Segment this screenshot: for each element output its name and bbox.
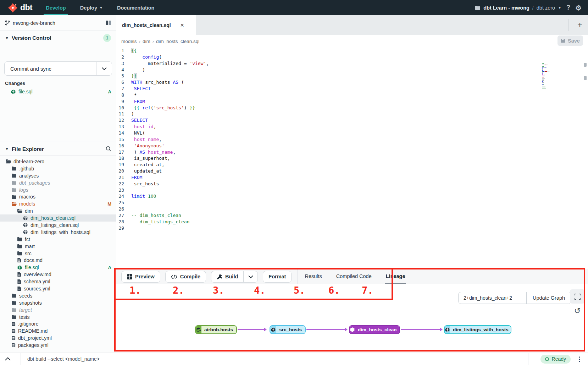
tree-item-.gitignore[interactable]: .gitignore xyxy=(0,320,116,327)
tree-item-overview.md[interactable]: overview.md xyxy=(0,271,116,278)
minimap-line xyxy=(542,89,559,89)
command-input[interactable]: dbt build --select <model_name> xyxy=(27,356,100,362)
reset-view-icon[interactable]: ↺ xyxy=(570,305,585,317)
tree-item-target[interactable]: target xyxy=(0,306,116,314)
changed-file-row[interactable]: file.sql A xyxy=(0,88,116,96)
tree-item-models[interactable]: modelsM xyxy=(0,200,116,207)
scrollbar-thumb[interactable] xyxy=(584,76,587,80)
fullscreen-icon[interactable] xyxy=(570,289,585,304)
status-badge[interactable]: Ready xyxy=(540,355,571,364)
tree-item-schema.yml[interactable]: schema.yml xyxy=(0,278,116,285)
nav-documentation[interactable]: Documentation xyxy=(117,0,155,15)
project-breadcrumb[interactable]: dbt Learn - mwong / dbt zero ▼ xyxy=(475,5,561,11)
gear-icon[interactable]: ⚙ xyxy=(575,4,582,12)
tree-item-sources.yml[interactable]: sources.yml xyxy=(0,285,116,292)
file-icon xyxy=(17,272,21,277)
tree-item-dbt-learn-zero[interactable]: dbt-learn-zero xyxy=(0,158,116,165)
tree-item-snapshots[interactable]: snapshots xyxy=(0,299,116,306)
breadcrumb-dim[interactable]: dim xyxy=(143,39,150,44)
tab-dim-hosts-clean[interactable]: dim_hosts_clean.sql ✕ xyxy=(116,15,196,35)
lineage-node-src_hosts[interactable]: src_hosts xyxy=(270,325,306,334)
lineage-edge xyxy=(238,329,266,330)
version-control-header[interactable]: ▼ Version Control 1 xyxy=(0,31,116,45)
help-icon[interactable]: ? xyxy=(566,4,570,11)
lineage-selector-input[interactable]: 2+dim_hosts_clean+2 xyxy=(459,292,526,304)
code-line: config( xyxy=(131,54,538,60)
preview-button[interactable]: Preview xyxy=(121,271,160,283)
tree-item-label: schema.yml xyxy=(24,279,50,284)
file-explorer-title: File Explorer xyxy=(12,146,44,152)
commit-and-sync-button[interactable]: Commit and sync xyxy=(4,61,112,76)
breadcrumb-file[interactable]: dim_hosts_clean.sql xyxy=(156,39,199,44)
code-line: * xyxy=(131,92,538,98)
new-tab-button[interactable]: + xyxy=(575,20,585,30)
file-icon xyxy=(17,279,21,284)
tree-item-logs[interactable]: logs xyxy=(0,186,116,194)
commit-options-dropdown[interactable] xyxy=(96,62,112,75)
kebab-menu-icon[interactable]: ⋮ xyxy=(576,355,582,363)
line-number: 21 xyxy=(116,174,124,181)
update-graph-button[interactable]: Update Graph xyxy=(526,292,571,304)
tree-item-label: mart xyxy=(25,244,35,249)
save-button[interactable]: Save xyxy=(558,36,583,46)
tree-item-dim_listings_with_hosts.sql[interactable]: dim_listings_with_hosts.sql xyxy=(0,229,116,236)
line-number: 29 xyxy=(116,225,124,231)
tab-compiled-code[interactable]: Compiled Code xyxy=(335,269,372,284)
dbt-logo[interactable]: dbt xyxy=(8,3,32,13)
status-dot-icon xyxy=(545,357,549,361)
file-icon xyxy=(11,336,16,341)
scrollbar-thumb[interactable] xyxy=(584,63,587,67)
tree-item-dim_hosts_clean.sql[interactable]: dim_hosts_clean.sql xyxy=(0,214,116,222)
environment-name[interactable]: dbt zero xyxy=(537,5,555,11)
build-button[interactable]: Build xyxy=(211,271,243,282)
dbt-cloud-ide: dbt Develop Deploy▼ Documentation dbt Le… xyxy=(0,0,588,365)
build-options-dropdown[interactable] xyxy=(243,271,257,282)
top-navbar: dbt Develop Deploy▼ Documentation dbt Le… xyxy=(0,0,588,15)
lineage-node-dim_hosts_clean[interactable]: dim_hosts_clean xyxy=(349,325,400,334)
tree-item-dbt_project.yml[interactable]: dbt_project.yml xyxy=(0,334,116,342)
line-number: 5 xyxy=(116,73,124,79)
code-line: {{ ref('src_hosts') }} xyxy=(131,105,538,111)
tree-item-dim_listings_clean.sql[interactable]: dim_listings_clean.sql xyxy=(0,222,116,229)
tree-item-dim[interactable]: dim xyxy=(0,207,116,214)
line-number: 12 xyxy=(116,117,124,124)
tree-item-macros[interactable]: macros xyxy=(0,193,116,200)
chevron-up-icon[interactable] xyxy=(5,357,11,361)
chevron-right-icon: › xyxy=(139,39,140,44)
tree-item-packages.yml[interactable]: packages.yml xyxy=(0,342,116,349)
close-icon[interactable]: ✕ xyxy=(180,22,184,28)
breadcrumb-models[interactable]: models xyxy=(121,39,137,44)
tree-item-seeds[interactable]: seeds xyxy=(0,292,116,299)
tree-item-analyses[interactable]: analyses xyxy=(0,172,116,179)
tab-results[interactable]: Results xyxy=(304,269,322,284)
tree-item-tests[interactable]: tests xyxy=(0,314,116,321)
editor-minimap[interactable] xyxy=(542,63,559,89)
file-icon xyxy=(11,343,16,348)
nav-deploy[interactable]: Deploy▼ xyxy=(80,0,103,15)
file-explorer-header[interactable]: ▼ File Explorer xyxy=(0,142,116,156)
format-button[interactable]: Format xyxy=(263,271,292,283)
code-line: NVL( xyxy=(131,130,538,136)
panel-toggle-icon[interactable] xyxy=(106,21,111,25)
branch-row[interactable]: mwong-dev-branch xyxy=(0,15,116,31)
lineage-node-airbnb.hosts[interactable]: airbnb.hosts xyxy=(195,325,237,334)
cube-icon xyxy=(17,265,22,270)
nav-develop[interactable]: Develop xyxy=(46,0,66,15)
code-editor[interactable]: 1234567891011121314151617181920212223242… xyxy=(116,48,588,269)
tree-item-fct[interactable]: fct xyxy=(0,236,116,243)
tab-lineage[interactable]: Lineage xyxy=(385,269,406,284)
search-icon[interactable] xyxy=(106,146,111,152)
tree-item-dbt_packages[interactable]: dbt_packages xyxy=(0,179,116,186)
tree-item-docs.md[interactable]: docs.md xyxy=(0,257,116,264)
line-number: 8 xyxy=(116,92,124,98)
code-lines[interactable]: {{ config( materialized = 'view', )}}WIT… xyxy=(131,48,538,231)
tree-item-.github[interactable]: .github xyxy=(0,165,116,172)
tree-item-README.md[interactable]: README.md xyxy=(0,327,116,334)
tree-item-file.sql[interactable]: file.sqlA xyxy=(0,264,116,271)
lineage-node-dim_listings_with_hosts[interactable]: dim_listings_with_hosts xyxy=(444,325,511,334)
tree-item-mart[interactable]: mart xyxy=(0,243,116,250)
tree-item-src[interactable]: src xyxy=(0,250,116,257)
left-sidebar: mwong-dev-branch ▼ Version Control 1 Com… xyxy=(0,15,116,353)
compile-button[interactable]: Compile xyxy=(165,271,206,283)
code-line: updated_at xyxy=(131,168,538,174)
